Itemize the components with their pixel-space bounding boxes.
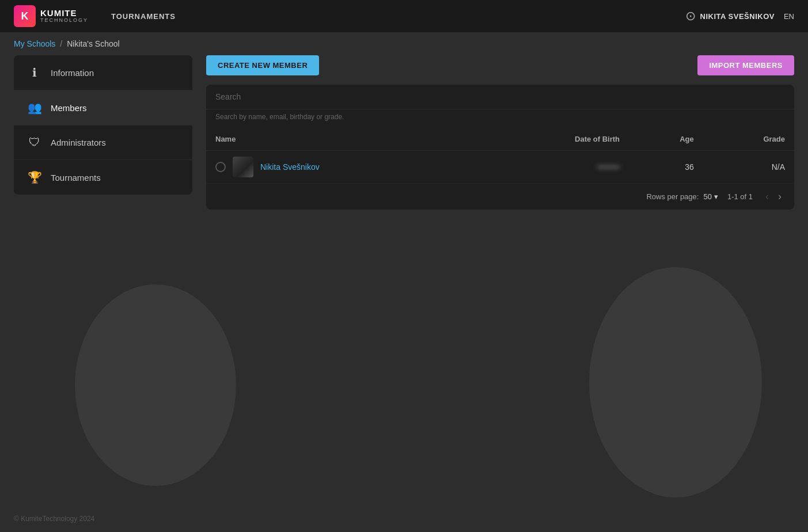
member-age-cell: 36 [629,151,703,184]
member-name-link[interactable]: Nikita Svešnikov [260,162,320,172]
import-members-button[interactable]: IMPORT MEMBERS [697,55,794,75]
breadcrumb: My Schools / Nikita's School [0,32,808,55]
user-avatar-icon: ⊙ [685,9,696,24]
main-layout: ℹ Information 👥 Members 🛡 Administrators… [0,55,808,210]
avatar [233,157,253,177]
member-grade-cell: N/A [703,151,794,184]
member-dob-cell: •••••••• [485,151,629,184]
nav-tournaments[interactable]: TOURNAMENTS [111,12,176,21]
tournaments-icon: 🏆 [28,170,41,184]
footer: © KumiteTechnology 2024 [14,515,94,523]
sidebar-item-tournaments[interactable]: 🏆 Tournaments [14,160,192,195]
administrators-icon: 🛡 [28,136,41,149]
next-page-button[interactable]: › [775,189,785,204]
breadcrumb-my-schools[interactable]: My Schools [14,39,55,48]
user-name: NIKITA SVEŠNIKOV [700,12,775,21]
sidebar-label-administrators: Administrators [51,138,106,147]
sidebar-item-administrators[interactable]: 🛡 Administrators [14,126,192,160]
rows-per-page-value: 50 [703,192,711,201]
logo[interactable]: K KUMITE TECHNOLOGY [14,5,88,27]
search-input[interactable] [215,92,785,101]
rows-per-page-select[interactable]: 50 ▾ [703,192,718,201]
sidebar-item-information[interactable]: ℹ Information [14,55,192,90]
col-grade: Grade [703,128,794,151]
col-dob: Date of Birth [485,128,629,151]
header-right: ⊙ NIKITA SVEŠNIKOV EN [685,9,794,24]
sidebar: ℹ Information 👥 Members 🛡 Administrators… [14,55,192,195]
header-left: K KUMITE TECHNOLOGY TOURNAMENTS [14,5,176,27]
main-content: CREATE NEW MEMBER IMPORT MEMBERS Search … [192,55,794,210]
language-selector[interactable]: EN [784,12,794,21]
member-dob-value: •••••••• [597,162,620,172]
sidebar-label-tournaments: Tournaments [51,173,101,183]
info-icon: ℹ [28,66,41,79]
page-info: 1-1 of 1 [727,192,753,201]
table-header-row: Name Date of Birth Age Grade [206,128,794,151]
prev-page-button[interactable]: ‹ [762,189,772,204]
avatar-image [233,157,253,177]
logo-text: KUMITE TECHNOLOGY [40,9,88,24]
content-toolbar: CREATE NEW MEMBER IMPORT MEMBERS [206,55,794,75]
search-hint: Search by name, email, birthday or grade… [206,109,794,128]
chevron-down-icon: ▾ [714,192,718,201]
create-new-member-button[interactable]: CREATE NEW MEMBER [206,55,319,75]
copyright: © KumiteTechnology 2024 [14,515,94,523]
member-checkbox[interactable] [215,162,226,172]
user-info[interactable]: ⊙ NIKITA SVEŠNIKOV [685,9,775,24]
sidebar-label-members: Members [51,103,87,113]
members-table: Name Date of Birth Age Grade [206,128,794,184]
member-name-cell: Nikita Svešnikov [206,151,485,184]
breadcrumb-current-school: Nikita's School [67,39,119,48]
col-age: Age [629,128,703,151]
rows-per-page-label: Rows per page: [646,192,699,201]
breadcrumb-separator: / [60,39,62,48]
table-footer: Rows per page: 50 ▾ 1-1 of 1 ‹ › [206,184,794,210]
page-navigation: ‹ › [762,189,785,204]
logo-icon: K [14,5,36,27]
search-bar [206,85,794,109]
rows-per-page: Rows per page: 50 ▾ [646,192,718,201]
col-name: Name [206,128,485,151]
members-table-card: Search by name, email, birthday or grade… [206,85,794,210]
sidebar-label-information: Information [51,68,94,78]
members-icon: 👥 [28,101,41,115]
header: K KUMITE TECHNOLOGY TOURNAMENTS ⊙ NIKITA… [0,0,808,32]
sidebar-item-members[interactable]: 👥 Members [14,90,192,126]
table-row: Nikita Svešnikov •••••••• 36 N/A [206,151,794,184]
